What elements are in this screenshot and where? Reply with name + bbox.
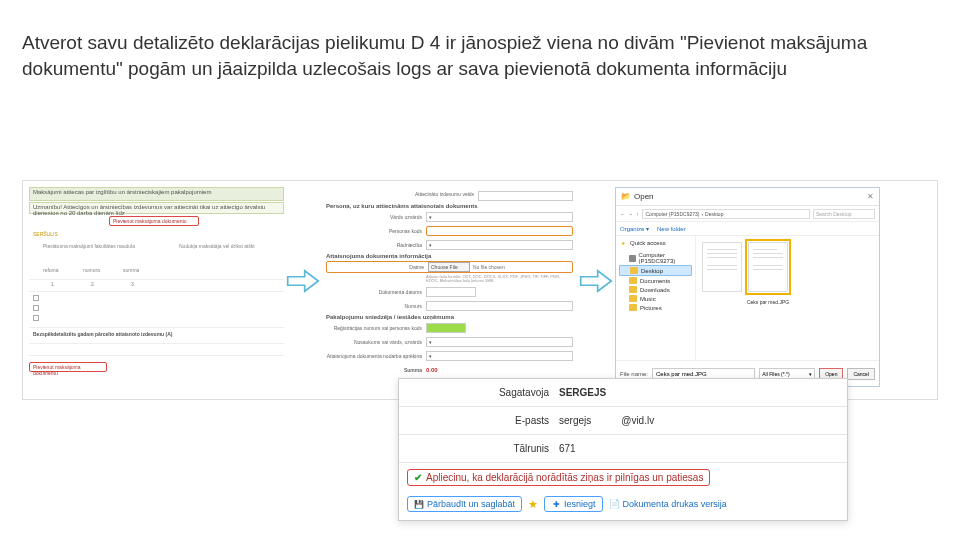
print-version-link[interactable]: 📄 Dokumenta drukas versija (609, 499, 727, 509)
submit-icon: ✚ (551, 499, 561, 509)
floppy-icon: 💾 (414, 499, 424, 509)
lbl-talrunis: Tālrunis (399, 443, 559, 454)
col-refuma: refuma (43, 267, 59, 273)
dialog-sidebar: Quick access Computer (P15DC9273) Deskto… (616, 236, 696, 360)
confirm-text: Apliecinu, ka deklarācijā norādītās ziņa… (426, 472, 703, 483)
sidebar-desktop[interactable]: Desktop (619, 265, 692, 276)
sidebar-computer[interactable]: Computer (P15DC9273) (619, 251, 692, 265)
col-num-3: 3. (131, 281, 135, 287)
col-numura: numura (83, 267, 100, 273)
col-summa: summa (123, 267, 139, 273)
val-summa: 0.00 (426, 367, 438, 373)
organize-menu[interactable]: Organize ▾ (620, 225, 649, 232)
inp-reg[interactable] (426, 323, 466, 333)
verify-save-button[interactable]: 💾 Pārbaudīt un saglabāt (407, 496, 522, 512)
section-bar-1: Maksājumi attiecas par izglītību un ārst… (29, 187, 284, 201)
dialog-navbar: ← → ↑ Computer (P15DC9273)›Desktop Searc… (616, 206, 879, 222)
action-row: 💾 Pārbaudīt un saglabāt ★ ✚ Iesniegt 📄 D… (399, 492, 847, 520)
val-epasts[interactable]: sergejs@vid.lv (559, 415, 847, 426)
open-icon: 📂 (621, 192, 631, 201)
confirm-checkbox-outline[interactable]: ✔ Apliecinu, ka deklarācijā norādītās zi… (407, 469, 710, 486)
hdr-right: Attiecināto izdevumu veids (415, 191, 478, 201)
inp-rad[interactable]: ▾ (426, 240, 573, 250)
folder-icon (629, 277, 637, 284)
folder-icon (630, 267, 638, 274)
confirm-row: ✔ Apliecinu, ka deklarācijā norādītās zi… (399, 463, 847, 492)
lbl-sagatavoja: Sagatavoja (399, 387, 559, 398)
lbl-vards: Vārds uzvārds (326, 214, 426, 220)
file-hint: Atļauto failu formāti: ODT, DOC, DOCX, X… (326, 275, 573, 284)
cancel-button[interactable]: Cancel (847, 368, 875, 380)
file-open-dialog: 📂 Open ✕ ← → ↑ Computer (P15DC9273)›Desk… (615, 187, 880, 387)
page-heading: Atverot savu detalizēto deklarācijas pie… (22, 30, 938, 81)
dialog-section-doc: Attaisnojuma dokumenta informācija (326, 253, 573, 259)
nav-up-icon[interactable]: ↑ (636, 211, 639, 217)
sidebar-documents[interactable]: Documents (619, 276, 692, 285)
row-checkbox-3[interactable] (33, 315, 39, 321)
lbl-provname: Nosaukums vai vārds, uzvārds (326, 339, 426, 345)
arrow-icon-2 (577, 181, 615, 381)
inp-num[interactable] (426, 301, 573, 311)
nav-fwd-icon[interactable]: → (628, 211, 633, 217)
declaration-footer-form: Sagatavoja SERGEJS E-pasts sergejs@vid.l… (398, 378, 848, 521)
sidebar-music[interactable]: Music (619, 294, 692, 303)
section2-header: Bezspēkdetalizēts gadam pārcelto attaisn… (33, 331, 172, 337)
sidebar-pictures[interactable]: Pictures (619, 303, 692, 312)
sidebar-downloads[interactable]: Downloads (619, 285, 692, 294)
inp-provname[interactable]: ▾ (426, 337, 573, 347)
no-file-label: No file chosen (470, 264, 505, 270)
inp-vards[interactable]: ▾ (426, 212, 573, 222)
file-thumb-2-selected[interactable]: Ceks par med.JPG (748, 242, 788, 292)
row-header: SERŠULIS (33, 231, 58, 237)
checkmark-icon: ✔ (414, 472, 422, 483)
breadcrumb[interactable]: Computer (P15DC9273)›Desktop (642, 209, 811, 219)
lbl-sumtype: Attaisnojuma dokumenta nodarba aprēķina (326, 353, 426, 359)
lbl-reg: Reģistrācijas numurs vai personas kods (326, 325, 426, 331)
row-checkbox-2[interactable] (33, 305, 39, 311)
add-document-button-bottom[interactable]: Pievienot maksājuma dokumentu (29, 362, 107, 372)
folder-icon (629, 286, 637, 293)
new-folder-button[interactable]: New folder (657, 226, 686, 232)
val-talrunis[interactable]: 671 (559, 443, 847, 454)
dialog-title: Open (634, 192, 654, 201)
dialog-titlebar: 📂 Open ✕ (616, 188, 879, 206)
document-info-dialog: Attiecināto izdevumu veids Persona, uz k… (322, 187, 577, 387)
file-thumb-1[interactable] (702, 242, 742, 292)
star-icon: ★ (528, 498, 538, 511)
choose-file-button[interactable]: Choose File (428, 262, 470, 272)
inp-dokdate[interactable] (426, 287, 476, 297)
file-list: Ceks par med.JPG (696, 236, 879, 360)
declaration-form-panel: Maksājumi attiecas par izglītību un ārst… (29, 187, 284, 387)
col-label-pieliekami: Piesiātuma maksājumi fakultātes naudula (43, 243, 135, 249)
add-document-button-top[interactable]: Pievienot maksājuma dokumentu (109, 216, 199, 226)
row-checkbox-1[interactable] (33, 295, 39, 301)
inp-sumtype[interactable]: ▾ (426, 351, 573, 361)
folder-icon (629, 295, 637, 302)
filename-label: File name: (620, 371, 648, 377)
inp-pk[interactable] (426, 226, 573, 236)
folder-icon (629, 304, 637, 311)
lbl-pk: Personas kods (326, 228, 426, 234)
nav-back-icon[interactable]: ← (620, 211, 625, 217)
search-input[interactable]: Search Desktop (813, 209, 875, 219)
lbl-rad: Radniecība (326, 242, 426, 248)
instruction-strip: Maksājumi attiecas par izglītību un ārst… (22, 180, 938, 400)
dialog-section-provider: Pakalpojumu sniedzēja / iestādes uzņēmum… (326, 314, 573, 320)
lbl-epasts: E-pasts (399, 415, 559, 426)
lbl-summa: Summa (326, 367, 426, 373)
dialog-toolbar: Organize ▾ New folder (616, 222, 879, 236)
col-num-1: 1. (51, 281, 55, 287)
computer-icon (629, 255, 636, 262)
close-icon[interactable]: ✕ (867, 192, 874, 201)
val-sagatavoja: SERGEJS (559, 387, 847, 398)
dialog-section-persona: Persona, uz kuru attiecināms attaisnotai… (326, 203, 573, 209)
document-icon: 📄 (609, 499, 620, 509)
lbl-dokdate: Dokumenta datums (326, 289, 426, 295)
sidebar-quick-access[interactable]: Quick access (619, 239, 692, 247)
lbl-file: Datme (328, 264, 428, 270)
col-num-2: 2. (91, 281, 95, 287)
col-label-nedekla: Nodokļa maksātāja vel drīkst atlikt (179, 243, 255, 249)
section-bar-2: Uzmanību! Attiecīgos un ārstniecības izd… (29, 202, 284, 214)
submit-button[interactable]: ✚ Iesniegt (544, 496, 603, 512)
arrow-icon (284, 181, 322, 381)
